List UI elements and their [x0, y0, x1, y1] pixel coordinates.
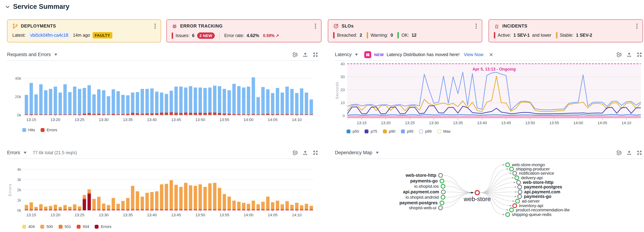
export-icon[interactable]: [302, 150, 308, 155]
dropdown-caret-icon[interactable]: [24, 152, 26, 154]
upstream-node-payment-postgres[interactable]: [440, 201, 444, 205]
downstream-label-web-store-http[interactable]: web-store-http: [523, 180, 554, 185]
downstream-label-api.payment.com[interactable]: api.payment.com: [524, 189, 560, 194]
downstream-node-web-store-mongo[interactable]: [506, 163, 510, 167]
upstream-label-shopist-web-ui[interactable]: shopist-web-ui: [409, 205, 436, 210]
legend-item-500[interactable]: 500: [40, 225, 53, 229]
legend-item-Errors[interactable]: Errors: [95, 225, 112, 229]
ongoing-incident-annotation[interactable]: Apr 5, 13:13 - Ongoing: [472, 67, 516, 71]
latency-chart[interactable]: 010203040Apr 5, 13:13 - OngoingSeconds13…: [335, 62, 643, 128]
dropdown-caret-icon[interactable]: [54, 53, 57, 56]
upstream-node-payments-go[interactable]: [440, 179, 444, 183]
panel-title: Errors: [7, 150, 20, 155]
kebab-menu-icon[interactable]: [476, 23, 477, 29]
incidents-card[interactable]: INCIDENTS Active: 1 SEV-1 and lower Stab…: [488, 19, 643, 42]
legend-item-p95[interactable]: p95: [401, 129, 414, 133]
requests-and-errors-chart[interactable]: 40k20k0k13:1513:2013:2513:3013:3513:4013…: [7, 62, 319, 126]
legend-item-p50[interactable]: p50: [346, 129, 359, 133]
downstream-label-notification-service[interactable]: notification-service: [519, 171, 554, 176]
downstream-node-product-recommendation-lite[interactable]: [510, 208, 514, 212]
binoculars-icon[interactable]: [364, 51, 372, 58]
legend-item-504[interactable]: 504: [77, 225, 89, 229]
slos-card[interactable]: SLOs Breached: 2 Warning: 0 OK: 12: [328, 19, 482, 42]
upstream-label-io.shopist.android[interactable]: io.shopist.android: [406, 195, 439, 200]
ok-indicator-bar: [398, 32, 399, 38]
legend-item-p75[interactable]: p75: [365, 129, 377, 133]
latency-legend: p50p75p90p95p99Max: [346, 129, 450, 133]
kebab-menu-icon[interactable]: [315, 23, 316, 29]
legend-swatch: [401, 129, 405, 133]
dropdown-caret-icon[interactable]: [376, 152, 379, 154]
svg-text:0k: 0k: [17, 113, 21, 117]
upstream-node-api.payment.com[interactable]: [442, 190, 445, 194]
view-now-link[interactable]: View Now: [464, 52, 484, 57]
downstream-node-api.payment.com[interactable]: [518, 190, 522, 194]
downstream-node-shipping-queue-redis[interactable]: [506, 213, 510, 217]
legend-item-Max[interactable]: Max: [437, 129, 451, 133]
error-tracking-card[interactable]: ERROR TRACKING Issues: 6 2 NEW Error rat…: [166, 19, 322, 42]
deployments-card[interactable]: DEPLOYMENTS Latest: vbi5ck04fm-ca4c18 14…: [7, 19, 161, 42]
collapse-chevron-icon[interactable]: [5, 4, 10, 9]
create-monitor-icon[interactable]: [292, 52, 298, 57]
upstream-node-io.shopist.ios[interactable]: [441, 184, 445, 188]
downstream-label-product-recommendation-lite[interactable]: product-recommendation-lite: [516, 208, 570, 212]
legend-label: Max: [443, 129, 451, 133]
downstream-node-notification-service[interactable]: [513, 171, 517, 175]
upstream-node-web-store-http[interactable]: [438, 173, 442, 177]
downstream-label-ad-server[interactable]: ad-server: [522, 199, 540, 204]
legend-item-Hits[interactable]: Hits: [22, 128, 35, 132]
close-icon[interactable]: ✕: [489, 52, 493, 57]
downstream-label-payment-postgres[interactable]: payment-postgres: [524, 184, 562, 189]
svg-text:13:55: 13:55: [549, 121, 559, 125]
svg-text:14:10: 14:10: [292, 213, 302, 217]
fullscreen-icon[interactable]: [636, 52, 642, 57]
create-monitor-icon[interactable]: [292, 150, 298, 155]
create-monitor-icon[interactable]: [616, 52, 622, 57]
legend-item-404[interactable]: 404: [22, 225, 35, 229]
fullscreen-icon[interactable]: [636, 150, 642, 155]
downstream-label-shipping-producer[interactable]: shipping-producer: [516, 167, 550, 171]
export-icon[interactable]: [626, 52, 632, 57]
downstream-node-payment-postgres[interactable]: [518, 185, 522, 189]
dependency-map[interactable]: web-store-httppayments-goio.shopist.iosa…: [335, 160, 643, 232]
downstream-node-inventory-api[interactable]: [513, 204, 517, 208]
kebab-menu-icon[interactable]: [636, 23, 638, 29]
downstream-label-payments-go[interactable]: payments-go: [524, 194, 552, 199]
upstream-label-payment-postgres[interactable]: payment-postgres: [399, 200, 438, 205]
export-icon[interactable]: [626, 150, 632, 155]
upstream-node-shopist-web-ui[interactable]: [438, 206, 442, 210]
export-icon[interactable]: [302, 52, 308, 57]
upstream-label-payments-go[interactable]: payments-go: [410, 178, 438, 183]
legend-item-p99[interactable]: p99: [419, 129, 432, 133]
upstream-label-io.shopist.ios[interactable]: io.shopist.ios: [414, 184, 439, 189]
fullscreen-icon[interactable]: [313, 52, 318, 57]
downstream-label-inventory-api[interactable]: inventory-api: [519, 203, 543, 208]
legend-item-p90[interactable]: p90: [383, 129, 395, 133]
svg-text:13:30: 13:30: [99, 213, 108, 217]
legend-item-501[interactable]: 501: [58, 225, 71, 229]
deployment-version-link[interactable]: vbi5ck04fm-ca4c18: [28, 32, 70, 38]
errors-panel-header: Errors 77.6k total (21.5 req/s): [7, 147, 319, 159]
downstream-node-ad-server[interactable]: [516, 199, 520, 203]
upstream-node-io.shopist.android[interactable]: [441, 195, 445, 199]
legend-label: 404: [28, 225, 35, 229]
dropdown-caret-icon[interactable]: [355, 53, 358, 56]
upstream-label-web-store-http[interactable]: web-store-http: [405, 173, 436, 178]
downstream-label-shipping-queue-redis[interactable]: shipping-queue-redis: [512, 212, 552, 217]
kebab-menu-icon[interactable]: [154, 23, 156, 29]
downstream-label-web-store-mongo[interactable]: web-store-mongo: [512, 162, 545, 167]
downstream-node-delivery-api[interactable]: [515, 176, 519, 180]
create-monitor-icon[interactable]: [616, 150, 622, 155]
legend-item-Errors[interactable]: Errors: [41, 128, 57, 132]
legend-swatch: [437, 129, 441, 133]
center-node-label[interactable]: web-store: [464, 196, 491, 202]
downstream-node-payments-go[interactable]: [518, 195, 522, 199]
downstream-node-shipping-producer[interactable]: [510, 167, 514, 171]
downstream-label-delivery-api[interactable]: delivery-api: [521, 175, 543, 180]
downstream-node-web-store-http[interactable]: [517, 181, 520, 184]
fullscreen-icon[interactable]: [313, 150, 318, 155]
upstream-label-api.payment.com[interactable]: api.payment.com: [403, 189, 439, 194]
svg-text:0: 0: [343, 114, 345, 118]
errors-chart[interactable]: 0k1k2k3k4kErrors13:1513:2013:2513:3013:3…: [7, 160, 319, 222]
center-node-web-store[interactable]: [475, 191, 480, 195]
